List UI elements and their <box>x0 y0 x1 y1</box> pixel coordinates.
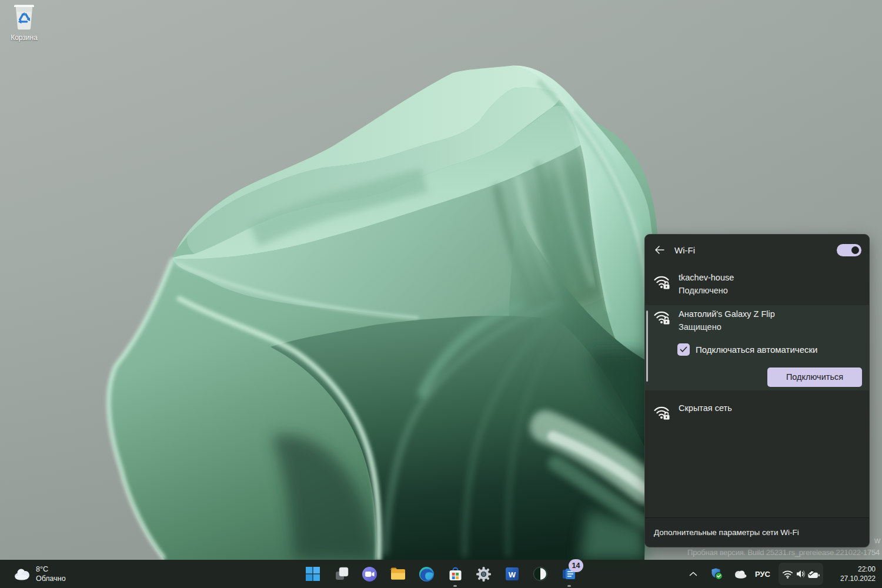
svg-text:W: W <box>509 570 516 579</box>
